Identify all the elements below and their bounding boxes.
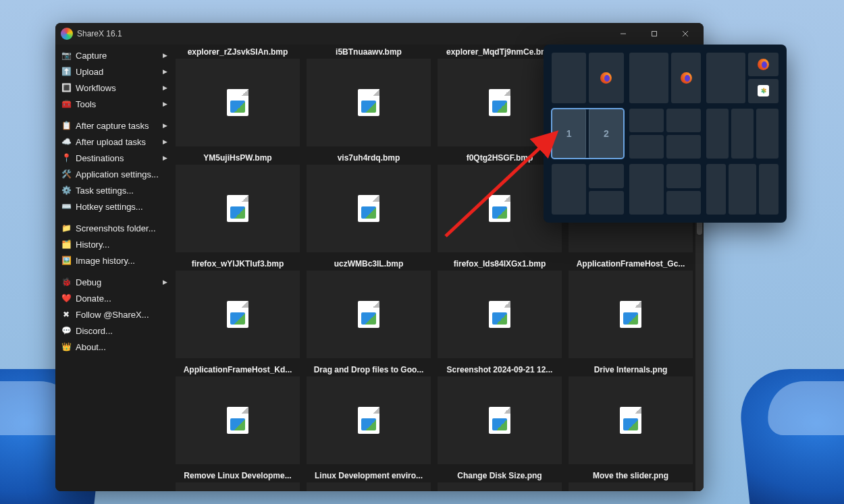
file-item[interactable]: Linux Development enviro... — [307, 471, 431, 491]
sidebar-icon: ✖ — [61, 309, 72, 320]
titlebar[interactable]: ShareX 16.1 — [55, 23, 704, 45]
file-thumbnail[interactable] — [307, 376, 431, 464]
snap-cell[interactable] — [706, 164, 726, 215]
image-file-icon — [358, 195, 379, 222]
snap-cell[interactable] — [629, 53, 668, 103]
file-thumbnail[interactable] — [569, 376, 693, 464]
snap-cell[interactable] — [671, 53, 702, 103]
file-item[interactable]: explorer_rZJsvkSIAn.bmp — [176, 47, 300, 146]
snap-cell[interactable] — [748, 79, 779, 103]
sidebar-item-after-capture-tasks[interactable]: 📋After capture tasks▶ — [55, 117, 173, 134]
snap-layout-2col-wide[interactable] — [629, 53, 702, 103]
snap-layout-3[interactable] — [706, 53, 779, 103]
image-file-icon — [227, 301, 248, 328]
snap-cell[interactable] — [666, 135, 701, 159]
snap-cell[interactable] — [666, 191, 701, 215]
snap-cell[interactable] — [666, 164, 701, 188]
sidebar-item-donate[interactable]: ❤️Donate... — [55, 290, 173, 306]
snap-cell[interactable] — [629, 109, 664, 132]
file-item[interactable]: ApplicationFrameHost_Kd... — [176, 365, 300, 464]
snap-cell[interactable] — [706, 53, 745, 103]
snap-layout-selected[interactable]: 1 2 — [552, 109, 624, 159]
file-item[interactable]: Remove Linux Developme... — [176, 471, 300, 491]
snap-cell-2[interactable]: 2 — [589, 109, 623, 159]
snap-layout-3b[interactable] — [552, 164, 624, 215]
file-thumbnail[interactable] — [438, 376, 562, 464]
sidebar-item-tools[interactable]: 🧰Tools▶ — [55, 96, 173, 112]
sidebar-item-label: Debug — [76, 277, 160, 287]
sidebar-item-about[interactable]: 👑About... — [55, 339, 173, 355]
file-thumbnail[interactable] — [307, 165, 431, 252]
snap-cell[interactable] — [666, 109, 701, 132]
sidebar-item-screenshots-folder[interactable]: 📁Screenshots folder... — [55, 220, 173, 236]
svg-rect-1 — [652, 32, 657, 36]
snap-cell[interactable] — [552, 53, 586, 103]
file-thumbnail[interactable] — [438, 271, 562, 358]
snap-cell[interactable] — [706, 109, 729, 159]
sidebar-item-workflows[interactable]: 🔳Workflows▶ — [55, 80, 173, 96]
snap-layout-4[interactable] — [629, 109, 702, 159]
file-thumbnail[interactable] — [307, 271, 431, 358]
file-thumbnail[interactable] — [569, 271, 693, 358]
snap-cell[interactable] — [552, 164, 586, 215]
snap-cell[interactable] — [589, 191, 623, 215]
snap-cell[interactable] — [589, 164, 623, 188]
file-name: firefox_wYlJKTIuf3.bmp — [176, 259, 300, 269]
snap-cell[interactable] — [731, 109, 754, 159]
snap-cell[interactable] — [629, 164, 664, 215]
file-thumbnail[interactable] — [176, 165, 300, 252]
snap-cell-1[interactable]: 1 — [552, 109, 586, 159]
snap-cell[interactable] — [729, 164, 756, 215]
snap-layout-3col-wide[interactable] — [706, 164, 779, 215]
file-item[interactable]: vis7uh4rdq.bmp — [307, 153, 431, 252]
sidebar-icon: 🔳 — [61, 82, 72, 93]
file-item[interactable]: Change Disk Size.png — [438, 471, 562, 491]
file-thumbnail[interactable] — [176, 482, 300, 491]
file-item[interactable]: uczWMBc3IL.bmp — [307, 259, 431, 358]
sidebar-item-image-history[interactable]: 🖼️Image history... — [55, 252, 173, 269]
file-item[interactable]: firefox_wYlJKTIuf3.bmp — [176, 259, 300, 358]
file-item[interactable]: Drag and Drop files to Goo... — [307, 365, 431, 464]
file-thumbnail[interactable] — [176, 59, 300, 146]
sidebar-item-history[interactable]: 🗂️History... — [55, 236, 173, 252]
maximize-button[interactable] — [639, 23, 670, 45]
sidebar-item-debug[interactable]: 🐞Debug▶ — [55, 274, 173, 290]
sidebar-item-destinations[interactable]: 📍Destinations▶ — [55, 150, 173, 166]
sidebar-icon: ⚙️ — [61, 185, 72, 196]
snap-cell[interactable] — [748, 53, 779, 76]
file-item[interactable]: ApplicationFrameHost_Gc... — [569, 259, 693, 358]
file-item[interactable]: firefox_Ids84IXGx1.bmp — [438, 259, 562, 358]
sidebar-item-hotkey-settings[interactable]: ⌨️Hotkey settings... — [55, 198, 173, 215]
snap-layouts-popup[interactable]: 1 2 — [544, 45, 787, 223]
close-button[interactable] — [670, 23, 701, 45]
file-item[interactable]: Move the slider.png — [569, 471, 693, 491]
file-thumbnail[interactable] — [569, 482, 693, 491]
file-item[interactable]: YM5ujiHsPW.bmp — [176, 153, 300, 252]
sidebar-item-follow-sharex[interactable]: ✖Follow @ShareX... — [55, 306, 173, 323]
snap-cell[interactable] — [756, 109, 779, 159]
snap-cell[interactable] — [759, 164, 779, 215]
snap-cell[interactable] — [589, 53, 623, 103]
minimize-button[interactable] — [608, 23, 639, 45]
file-item[interactable]: i5BTnuaawv.bmp — [307, 47, 431, 146]
file-thumbnail[interactable] — [307, 482, 431, 491]
sidebar-item-application-settings[interactable]: 🛠️Application settings... — [55, 166, 173, 182]
file-item[interactable]: Screenshot 2024-09-21 12... — [438, 365, 562, 464]
file-thumbnail[interactable] — [176, 271, 300, 358]
sidebar-item-task-settings[interactable]: ⚙️Task settings... — [55, 182, 173, 198]
file-thumbnail[interactable] — [307, 59, 431, 146]
sidebar-item-label: Upload — [76, 67, 160, 77]
sidebar-item-upload[interactable]: ⬆️Upload▶ — [55, 63, 173, 80]
snap-cell[interactable] — [629, 135, 664, 159]
sidebar-item-discord[interactable]: 💬Discord... — [55, 323, 173, 339]
snap-layout-3col[interactable] — [706, 109, 779, 159]
snap-layout-2col[interactable] — [552, 53, 624, 103]
sidebar-item-capture[interactable]: 📷Capture▶ — [55, 47, 173, 63]
image-file-icon — [489, 89, 510, 116]
file-thumbnail[interactable] — [176, 376, 300, 464]
sidebar-item-after-upload-tasks[interactable]: ☁️After upload tasks▶ — [55, 134, 173, 150]
snap-layout-3c[interactable] — [629, 164, 702, 215]
file-item[interactable]: Drive Internals.png — [569, 365, 693, 464]
firefox-icon — [758, 59, 769, 70]
file-thumbnail[interactable] — [438, 482, 562, 491]
